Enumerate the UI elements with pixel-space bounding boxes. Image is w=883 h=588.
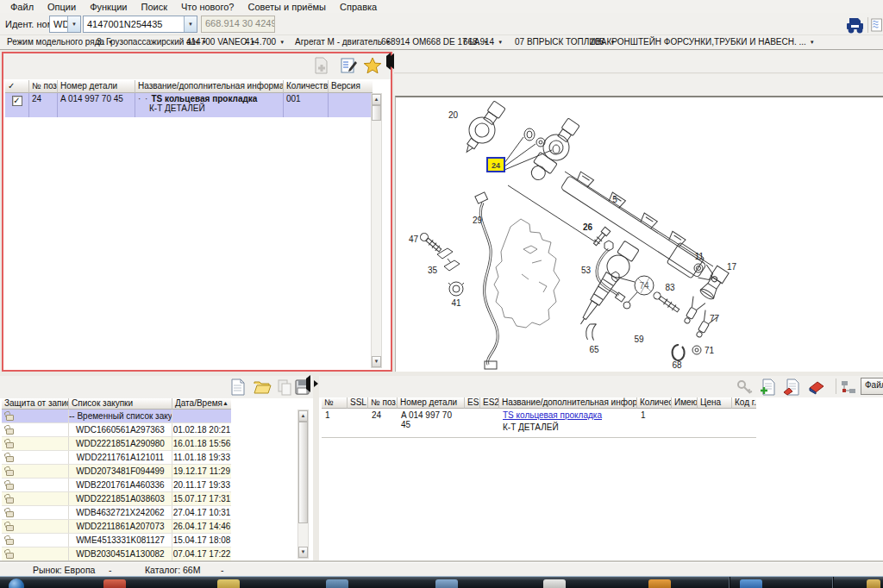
diagram-callout[interactable]: 59	[634, 335, 644, 344]
menu-help[interactable]: Справка	[333, 1, 384, 13]
purchase-list-row[interactable]: -- Временный список закупки --	[2, 410, 231, 423]
favorite-star-icon[interactable]	[362, 56, 383, 75]
part-checkbox[interactable]: ✓	[12, 96, 22, 106]
taskbar-app-icon[interactable]	[103, 579, 126, 588]
scroll-thumb[interactable]	[298, 422, 308, 523]
wmi-combobox[interactable]: WDB ▼	[49, 16, 81, 33]
scroll-up-icon[interactable]: ▲	[372, 94, 381, 105]
parts-diagram[interactable]: 24 20 5 29 47 35 41 26 53 59 65 74 83 77…	[395, 96, 883, 372]
splitter-collapse-handle[interactable]	[314, 380, 318, 387]
column-es2[interactable]: ES2	[480, 397, 499, 409]
purchase-list-row[interactable]: WDB2030451A13008207.04.17 17:22	[2, 547, 231, 561]
taskbar-app-icon[interactable]	[740, 579, 762, 588]
scroll-up-icon[interactable]: ▲	[298, 410, 308, 422]
column-es1[interactable]: ES1	[465, 397, 480, 409]
column-price[interactable]: Цена	[698, 397, 732, 409]
chevron-down-icon[interactable]: ▼	[67, 16, 80, 32]
column-datetime[interactable]: Дата/Время▲	[172, 398, 231, 410]
taskbar-app-icon[interactable]	[217, 579, 240, 588]
scroll-down-icon[interactable]: ▼	[372, 356, 381, 367]
open-folder-icon[interactable]	[252, 378, 272, 397]
purchase-list-row[interactable]: WDD2073481F09449919.12.17 11:29	[2, 465, 231, 479]
purchase-list-row[interactable]: WDD2211761A12101111.01.18 19:33	[2, 451, 231, 465]
filter-subgroup[interactable]: 105 КРОНШТЕЙН ФОРСУНКИ,ТРУБКИ И НАВЕСН. …	[590, 37, 815, 47]
document-list-icon[interactable]	[871, 16, 883, 34]
add-document-icon[interactable]	[310, 56, 331, 75]
scroll-thumb[interactable]	[372, 105, 381, 121]
purchase-list-row[interactable]: WME4513331K08112715.04.17 18:08	[2, 534, 231, 547]
column-write-protect[interactable]: Защита от записи	[2, 398, 69, 410]
diagram-callout[interactable]: 71	[705, 346, 715, 355]
new-document-icon[interactable]	[228, 378, 248, 397]
vin-combobox[interactable]: 4147001N254435 ▼	[83, 16, 197, 33]
diagram-callout[interactable]: 35	[428, 266, 438, 275]
purchase-list-row[interactable]: WDB4632721X24206227.04.17 10:31	[2, 506, 231, 520]
column-version[interactable]: Версия	[329, 80, 373, 93]
diagram-callout[interactable]: 17	[727, 262, 737, 272]
menu-search[interactable]: Поиск	[135, 1, 174, 13]
column-name[interactable]: Название/дополнительная информ...	[499, 397, 637, 409]
parts-scrollbar[interactable]: ▲ ▼	[371, 93, 382, 368]
menu-functions[interactable]: Функции	[83, 1, 134, 13]
start-button[interactable]	[9, 579, 24, 588]
menu-tips[interactable]: Советы и приёмы	[241, 1, 333, 13]
column-qty[interactable]: Количество	[284, 80, 329, 93]
chevron-down-icon[interactable]: ▼	[184, 16, 197, 32]
purchase-list-row[interactable]: WDD2221851A03860315.07.17 17:31	[2, 492, 231, 506]
panel-collapse-handle[interactable]	[386, 56, 391, 73]
menu-file[interactable]: Файл	[3, 1, 41, 13]
taskbar-app-icon[interactable]	[543, 579, 566, 588]
menu-whats-new[interactable]: Что нового?	[174, 1, 241, 13]
column-purchase-list[interactable]: Список закупки	[69, 398, 172, 410]
scroll-track[interactable]	[298, 523, 308, 547]
file-transfer-button[interactable]: Файл пер	[861, 378, 883, 395]
column-no[interactable]: №	[322, 397, 348, 409]
diagram-callout[interactable]: 26	[583, 222, 593, 232]
taskbar-app-icon[interactable]	[648, 579, 671, 588]
diagram-callout[interactable]: 41	[451, 298, 461, 308]
diagram-callout[interactable]: 68	[672, 360, 682, 370]
diagram-callout[interactable]: 47	[409, 235, 419, 244]
detail-row[interactable]: 1 24 A 014 997 70 45 TS кольцевая прокла…	[322, 409, 756, 438]
diagram-callout[interactable]: 77	[710, 314, 720, 323]
file-transfer-icon[interactable]	[838, 378, 859, 397]
print-icon[interactable]	[844, 16, 865, 34]
purchase-scrollbar[interactable]: ▲ ▼	[297, 410, 309, 559]
filter-aggregate[interactable]: Агрегат M - двигатель▼	[295, 37, 391, 47]
column-stock[interactable]: Имею...	[672, 397, 698, 409]
column-qty[interactable]: Количес...	[637, 397, 672, 409]
part-name-link[interactable]: TS кольцевая прокладка	[503, 410, 602, 420]
scroll-down-icon[interactable]: ▼	[298, 547, 308, 558]
column-code[interactable]: Код г...	[732, 397, 756, 409]
diagram-callout[interactable]: 29	[473, 216, 483, 225]
diagram-callout[interactable]: 11	[695, 252, 705, 261]
diagram-callout[interactable]: 65	[589, 345, 599, 354]
key-icon[interactable]	[735, 378, 755, 397]
diagram-callout[interactable]: 20	[448, 110, 459, 120]
filter-engine-code[interactable]: 668.914▼	[463, 37, 503, 47]
diagram-callout[interactable]: 5	[612, 195, 617, 204]
taskbar-app-icon[interactable]	[435, 579, 458, 588]
column-check[interactable]: ✓	[5, 80, 29, 93]
filter-model-code[interactable]: 414.700▼	[245, 37, 285, 47]
purchase-list-row[interactable]: WDD2211861A20707326.04.17 14:46	[2, 520, 231, 534]
eraser-icon[interactable]	[805, 378, 826, 397]
panel-collapse-handle[interactable]	[306, 378, 311, 396]
column-part-number[interactable]: Номер детали	[58, 80, 135, 93]
column-pos[interactable]: № поз.	[29, 80, 58, 93]
scroll-track[interactable]	[372, 121, 381, 356]
column-ssl[interactable]: SSL	[348, 397, 368, 409]
edit-notes-icon[interactable]	[338, 56, 359, 75]
taskbar-app-icon[interactable]	[326, 579, 348, 588]
purchase-list-row[interactable]: WDC1660561A29736301.02.18 20:21	[2, 423, 231, 437]
add-row-icon[interactable]	[757, 378, 778, 397]
purchase-list-row[interactable]: WDB2201761A46033620.11.17 19:33	[2, 479, 231, 492]
taskbar-app-icon[interactable]	[867, 579, 880, 588]
menu-options[interactable]: Опции	[41, 1, 83, 13]
diagram-callout[interactable]: 74	[639, 281, 649, 291]
diagram-callout-24[interactable]: 24	[492, 161, 500, 170]
column-pos[interactable]: № поз.	[368, 397, 398, 409]
diagram-callout[interactable]: 53	[581, 266, 592, 275]
column-name[interactable]: Название/дополнительная информация	[135, 80, 284, 93]
part-row[interactable]: ✓ 24 A 014 997 70 45 · ·TS кольцевая про…	[5, 93, 373, 117]
